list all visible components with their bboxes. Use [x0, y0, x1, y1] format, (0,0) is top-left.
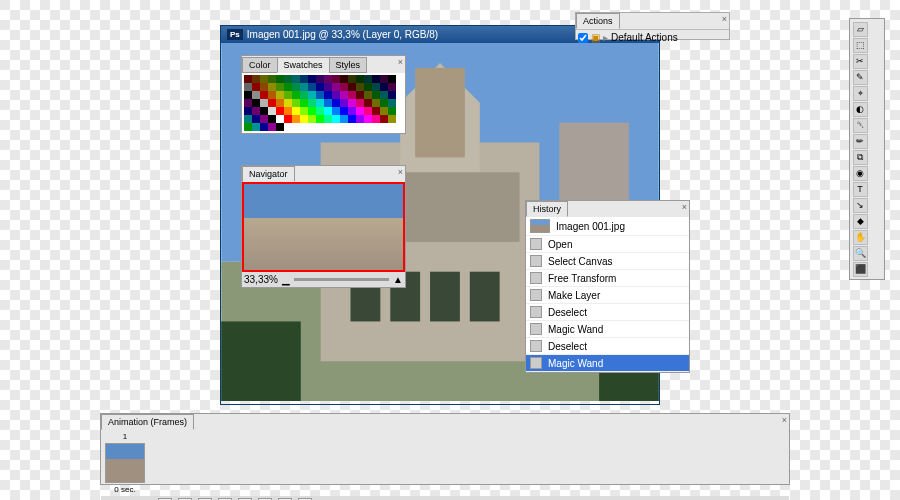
swatch[interactable]	[276, 83, 284, 91]
swatch[interactable]	[292, 83, 300, 91]
swatch[interactable]	[348, 99, 356, 107]
swatch[interactable]	[276, 91, 284, 99]
swatch[interactable]	[364, 107, 372, 115]
swatch[interactable]	[364, 83, 372, 91]
swatch[interactable]	[388, 107, 396, 115]
swatch[interactable]	[332, 99, 340, 107]
swatch[interactable]	[284, 91, 292, 99]
swatch[interactable]	[292, 75, 300, 83]
history-item[interactable]: Magic Wand	[526, 321, 689, 338]
swatch[interactable]	[300, 107, 308, 115]
swatch[interactable]	[356, 99, 364, 107]
action-toggle-checkbox[interactable]	[578, 33, 588, 43]
swatch[interactable]	[252, 91, 260, 99]
swatch[interactable]	[284, 115, 292, 123]
swatch[interactable]	[284, 75, 292, 83]
swatch[interactable]	[348, 115, 356, 123]
swatch[interactable]	[268, 115, 276, 123]
close-icon[interactable]: ×	[398, 57, 403, 67]
swatch[interactable]	[324, 115, 332, 123]
swatch[interactable]	[284, 123, 292, 131]
swatch[interactable]	[364, 99, 372, 107]
tab-swatches[interactable]: Swatches	[277, 57, 330, 73]
swatch[interactable]	[260, 83, 268, 91]
tool-14[interactable]: 🔍	[853, 246, 868, 261]
swatch[interactable]	[348, 91, 356, 99]
swatch[interactable]	[340, 83, 348, 91]
swatch[interactable]	[300, 83, 308, 91]
swatch[interactable]	[284, 99, 292, 107]
tool-4[interactable]: ⌖	[853, 86, 868, 101]
swatch[interactable]	[324, 75, 332, 83]
swatch[interactable]	[348, 107, 356, 115]
swatch[interactable]	[332, 115, 340, 123]
swatch[interactable]	[364, 75, 372, 83]
history-item[interactable]: Make Layer	[526, 287, 689, 304]
swatch[interactable]	[308, 91, 316, 99]
swatch[interactable]	[372, 115, 380, 123]
swatch[interactable]	[380, 107, 388, 115]
swatch[interactable]	[316, 91, 324, 99]
swatch[interactable]	[300, 115, 308, 123]
swatch[interactable]	[268, 107, 276, 115]
swatch[interactable]	[244, 91, 252, 99]
swatch[interactable]	[364, 115, 372, 123]
swatch[interactable]	[260, 99, 268, 107]
swatch[interactable]	[300, 99, 308, 107]
swatch[interactable]	[372, 99, 380, 107]
history-item[interactable]: Deselect	[526, 304, 689, 321]
history-item[interactable]: Free Transform	[526, 270, 689, 287]
swatch[interactable]	[364, 91, 372, 99]
tool-7[interactable]: ✏	[853, 134, 868, 149]
swatch[interactable]	[268, 123, 276, 131]
swatch[interactable]	[300, 91, 308, 99]
tool-12[interactable]: ◆	[853, 214, 868, 229]
swatch[interactable]	[244, 99, 252, 107]
swatch[interactable]	[316, 107, 324, 115]
swatch-grid[interactable]	[242, 73, 405, 133]
swatch[interactable]	[268, 75, 276, 83]
swatch[interactable]	[332, 83, 340, 91]
swatch[interactable]	[340, 107, 348, 115]
swatch[interactable]	[252, 83, 260, 91]
swatch[interactable]	[244, 123, 252, 131]
swatch[interactable]	[356, 107, 364, 115]
swatch[interactable]	[308, 115, 316, 123]
close-icon[interactable]: ×	[722, 14, 727, 24]
swatch[interactable]	[316, 75, 324, 83]
swatch[interactable]	[260, 123, 268, 131]
tool-10[interactable]: T	[853, 182, 868, 197]
swatch[interactable]	[292, 115, 300, 123]
zoom-in-icon[interactable]: ▲	[393, 274, 403, 285]
swatch[interactable]	[308, 83, 316, 91]
swatch[interactable]	[252, 75, 260, 83]
swatch[interactable]	[324, 99, 332, 107]
swatch[interactable]	[244, 75, 252, 83]
swatch[interactable]	[388, 91, 396, 99]
swatch[interactable]	[252, 123, 260, 131]
swatch[interactable]	[372, 75, 380, 83]
swatch[interactable]	[260, 115, 268, 123]
history-document-row[interactable]: Imagen 001.jpg	[526, 217, 689, 236]
swatch[interactable]	[380, 83, 388, 91]
swatch[interactable]	[252, 99, 260, 107]
frame-duration[interactable]: 0 sec.	[103, 485, 147, 494]
swatch[interactable]	[316, 115, 324, 123]
swatch[interactable]	[356, 75, 364, 83]
swatch[interactable]	[244, 107, 252, 115]
swatch[interactable]	[388, 115, 396, 123]
close-icon[interactable]: ×	[682, 202, 687, 212]
swatch[interactable]	[380, 75, 388, 83]
swatch[interactable]	[380, 115, 388, 123]
swatch[interactable]	[332, 91, 340, 99]
swatch[interactable]	[260, 91, 268, 99]
swatch[interactable]	[284, 107, 292, 115]
tool-6[interactable]: ␡	[853, 118, 868, 133]
swatch[interactable]	[276, 123, 284, 131]
swatch[interactable]	[340, 75, 348, 83]
swatch[interactable]	[332, 75, 340, 83]
swatch[interactable]	[316, 99, 324, 107]
swatch[interactable]	[252, 107, 260, 115]
swatch[interactable]	[356, 115, 364, 123]
tool-0[interactable]: ▱	[853, 22, 868, 37]
